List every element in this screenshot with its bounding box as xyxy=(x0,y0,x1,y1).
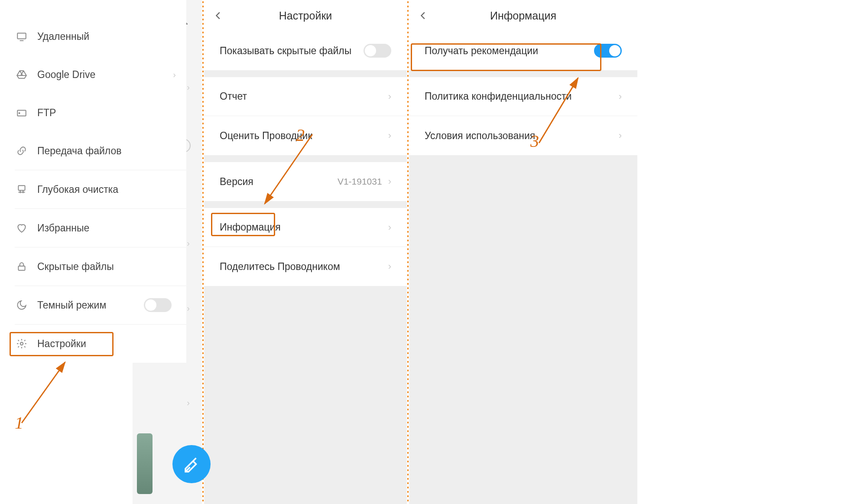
sidebar-item-label: Избранные xyxy=(37,222,89,234)
svg-line-12 xyxy=(22,362,65,423)
chevron-right-icon: › xyxy=(388,261,391,272)
sidebar-item-label: Глубокая очистка xyxy=(37,184,118,195)
sidebar-item-hidden[interactable]: Скрытые файлы xyxy=(0,247,186,286)
gear-icon xyxy=(15,338,29,349)
sidebar-item-label: Удаленный xyxy=(37,31,89,42)
row-share[interactable]: Поделитесь Проводником › xyxy=(204,247,407,286)
sidebar-item-transfer[interactable]: Передача файлов xyxy=(0,132,186,170)
row-label: Отчет xyxy=(220,91,247,102)
clean-fab[interactable] xyxy=(172,445,211,483)
row-recommendations[interactable]: Получать рекомендации xyxy=(409,31,637,70)
sidebar-item-remote[interactable]: Удаленный xyxy=(0,17,186,55)
settings-title: Настройки xyxy=(279,10,332,22)
svg-rect-2 xyxy=(17,33,26,39)
version-value: V1-191031 xyxy=(338,176,382,187)
info-header: Информация xyxy=(409,0,637,31)
row-report[interactable]: Отчет › xyxy=(204,77,407,116)
row-label: Версия xyxy=(220,176,253,188)
chevron-right-icon: › xyxy=(619,91,622,102)
row-info[interactable]: Информация › xyxy=(204,208,407,247)
sidebar-item-ftp[interactable]: FTP xyxy=(0,94,186,132)
hidden-files-toggle[interactable] xyxy=(364,44,391,58)
svg-rect-10 xyxy=(18,266,25,270)
row-terms[interactable]: Условия использования › xyxy=(409,116,637,155)
annotation-step-1: 1 xyxy=(15,413,23,433)
monitor-icon xyxy=(15,31,29,42)
svg-point-5 xyxy=(19,113,20,114)
sidebar-item-label: FTP xyxy=(37,107,56,119)
sidebar-item-darkmode[interactable]: Темный режим xyxy=(0,286,186,324)
sidebar-item-gdrive[interactable]: Google Drive › xyxy=(0,55,186,94)
svg-line-14 xyxy=(539,78,578,143)
sidebar-item-label: Передача файлов xyxy=(37,145,122,157)
back-icon[interactable] xyxy=(419,11,428,20)
ftp-icon xyxy=(15,107,29,118)
broom-icon xyxy=(15,184,29,195)
link-icon xyxy=(15,145,29,156)
row-label: Информация xyxy=(220,221,281,233)
svg-point-11 xyxy=(20,342,23,345)
moon-icon xyxy=(15,299,29,311)
back-icon[interactable] xyxy=(214,11,223,20)
row-label: Поделитесь Проводником xyxy=(220,261,340,273)
svg-rect-6 xyxy=(18,185,25,190)
settings-header: Настройки xyxy=(204,0,407,31)
sidebar-item-deepclean[interactable]: Глубокая очистка xyxy=(0,170,186,208)
info-title: Информация xyxy=(490,10,556,22)
chevron-right-icon: › xyxy=(619,130,622,141)
sidebar-item-label: Google Drive xyxy=(37,69,95,81)
recommendations-toggle[interactable] xyxy=(594,44,622,58)
sidebar: Удаленный Google Drive › FTP Передач xyxy=(0,0,186,363)
annotation-arrow-3 xyxy=(535,74,582,147)
row-privacy[interactable]: Политика конфиденциальности › xyxy=(409,77,637,116)
heart-icon xyxy=(15,222,29,234)
row-label: Получать рекомендации xyxy=(425,45,538,57)
annotation-step-2: 2 xyxy=(296,125,305,145)
sidebar-item-settings[interactable]: Настройки xyxy=(0,325,186,363)
chevron-right-icon: › xyxy=(173,70,176,80)
annotation-arrow-1 xyxy=(17,358,78,427)
lock-icon xyxy=(15,261,29,272)
chevron-right-icon: › xyxy=(388,91,391,102)
sidebar-item-label: Темный режим xyxy=(37,299,106,311)
gdrive-icon xyxy=(15,69,29,80)
row-label: Условия использования xyxy=(425,130,535,142)
chevron-right-icon: › xyxy=(388,130,391,141)
annotation-arrow-2 xyxy=(260,130,317,208)
chevron-right-icon: › xyxy=(388,222,391,233)
row-show-hidden[interactable]: Показывать скрытые файлы xyxy=(204,31,407,70)
darkmode-toggle[interactable] xyxy=(144,298,172,312)
sidebar-item-favorites[interactable]: Избранные xyxy=(0,209,186,247)
annotation-step-3: 3 xyxy=(530,131,539,151)
svg-line-13 xyxy=(265,134,312,204)
row-label: Показывать скрытые файлы xyxy=(220,45,351,57)
chevron-right-icon: › xyxy=(388,176,391,187)
sidebar-item-label: Скрытые файлы xyxy=(37,261,114,273)
sidebar-item-label: Настройки xyxy=(37,338,86,350)
